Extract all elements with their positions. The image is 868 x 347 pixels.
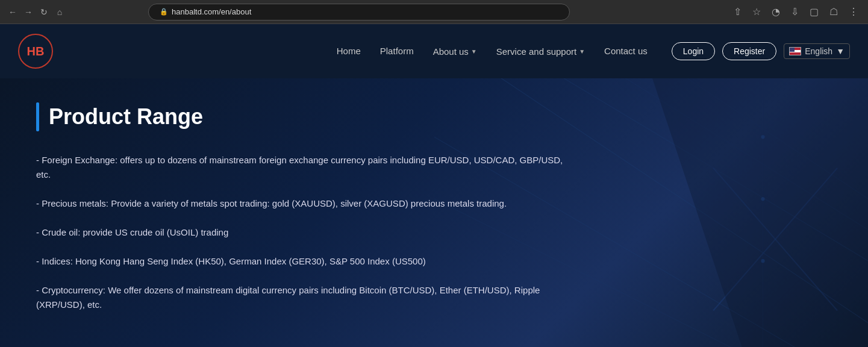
nav-platform[interactable]: Platform <box>380 46 414 57</box>
svg-line-7 <box>713 168 837 311</box>
service-chevron-icon: ▼ <box>579 48 585 55</box>
about-label: About us <box>433 46 469 57</box>
browser-chrome: ← → ↻ ⌂ 🔒 hanbaltd.com/en/about ⇧ ☆ ◔ ⇩ … <box>0 0 868 24</box>
content-text-forex: - Foreign Exchange: offers up to dozens … <box>36 155 563 180</box>
menu-button[interactable]: ⋮ <box>846 5 861 19</box>
language-label: English <box>805 46 832 56</box>
content-item-metals: - Precious metals: Provide a variety of … <box>36 196 578 211</box>
nav-links: Home Platform About us ▼ Service and sup… <box>337 46 648 57</box>
content-text-indices: - Indices: Hong Kong Hang Seng Index (HK… <box>36 256 426 266</box>
download-button[interactable]: ⇩ <box>788 5 801 19</box>
logo-circle: HB <box>18 34 53 69</box>
language-chevron-icon: ▼ <box>836 46 845 56</box>
platform-link[interactable]: Platform <box>380 46 414 56</box>
svg-point-11 <box>761 259 764 263</box>
navbar: HB Home Platform About us ▼ Service and … <box>0 24 868 78</box>
nav-service[interactable]: Service and support ▼ <box>496 46 585 57</box>
url-text: hanbaltd.com/en/about <box>172 7 251 16</box>
profile-button[interactable]: ☖ <box>827 5 840 19</box>
contact-link[interactable]: Contact us <box>604 46 648 56</box>
svg-point-10 <box>761 197 764 201</box>
nav-home[interactable]: Home <box>337 46 361 57</box>
page-title-container: Product Range <box>36 102 578 131</box>
logo[interactable]: HB <box>18 34 53 69</box>
register-button[interactable]: Register <box>722 42 776 60</box>
back-button[interactable]: ← <box>7 7 18 17</box>
home-button[interactable]: ⌂ <box>54 7 65 17</box>
nav-contact[interactable]: Contact us <box>604 46 648 57</box>
main-area: Product Range - Foreign Exchange: offers… <box>0 78 868 347</box>
svg-line-6 <box>713 168 837 311</box>
service-label: Service and support <box>496 46 576 57</box>
content-text-crypto: - Cryptocurrency: We offer dozens of mai… <box>36 285 540 310</box>
address-bar[interactable]: 🔒 hanbaltd.com/en/about <box>148 4 570 20</box>
content-area: Product Range - Foreign Exchange: offers… <box>36 102 578 312</box>
svg-point-9 <box>761 135 764 139</box>
svg-marker-12 <box>651 78 868 347</box>
language-selector[interactable]: English ▼ <box>784 43 850 59</box>
nav-right: Login Register English ▼ <box>672 42 850 60</box>
content-item-crude: - Crude oil: provide US crude oil (UsOIL… <box>36 225 578 240</box>
content-item-forex: - Foreign Exchange: offers up to dozens … <box>36 153 578 182</box>
lock-icon: 🔒 <box>160 8 168 16</box>
svg-line-3 <box>620 78 868 230</box>
login-button[interactable]: Login <box>672 42 715 60</box>
share-button[interactable]: ⇧ <box>731 5 744 19</box>
about-chevron-icon: ▼ <box>471 48 477 55</box>
logo-text: HB <box>27 45 45 58</box>
nav-about[interactable]: About us ▼ <box>433 46 477 57</box>
service-dropdown[interactable]: Service and support ▼ <box>496 46 585 57</box>
browser-actions: ⇧ ☆ ◔ ⇩ ▢ ☖ ⋮ <box>731 5 861 19</box>
bookmark-button[interactable]: ☆ <box>750 5 763 19</box>
svg-line-4 <box>682 78 868 199</box>
forward-button[interactable]: → <box>23 7 34 17</box>
page-title: Product Range <box>49 104 203 130</box>
flag-icon <box>789 47 801 55</box>
home-link[interactable]: Home <box>337 46 361 56</box>
about-dropdown[interactable]: About us ▼ <box>433 46 477 57</box>
content-text-metals: - Precious metals: Provide a variety of … <box>36 198 507 208</box>
window-button[interactable]: ▢ <box>807 5 821 19</box>
svg-line-1 <box>558 78 868 261</box>
content-item-indices: - Indices: Hong Kong Hang Seng Index (HK… <box>36 254 578 269</box>
title-accent-bar <box>36 102 39 131</box>
content-item-crypto: - Cryptocurrency: We offer dozens of mai… <box>36 283 578 312</box>
content-text-crude: - Crude oil: provide US crude oil (UsOIL… <box>36 227 228 237</box>
refresh-button[interactable]: ↻ <box>39 7 49 17</box>
extensions-button[interactable]: ◔ <box>769 5 782 19</box>
